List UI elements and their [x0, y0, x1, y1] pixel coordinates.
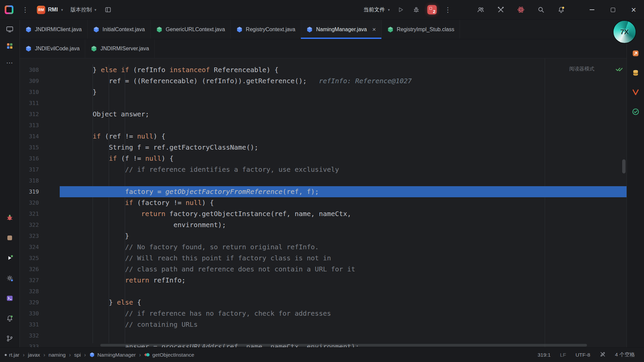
vertical-scrollbar-thumb[interactable]: [622, 159, 626, 173]
gutter-line-number[interactable]: 323: [20, 230, 60, 242]
project-icon[interactable]: [4, 41, 15, 51]
gutter-line-number[interactable]: 308: [20, 64, 60, 75]
code-line-317[interactable]: // if reference identifies a factory, us…: [60, 164, 627, 175]
line-separator[interactable]: LF: [560, 352, 566, 358]
gutter-line-number[interactable]: 309: [20, 75, 60, 87]
terminal-icon[interactable]: [4, 294, 15, 303]
gutter-line-number[interactable]: 333: [20, 341, 60, 347]
code-line-326[interactable]: // class path and reference does not con…: [60, 264, 627, 275]
code-line-329[interactable]: } else {: [60, 297, 627, 308]
commit-icon[interactable]: [4, 233, 15, 243]
gutter-line-number[interactable]: 330: [20, 308, 60, 319]
gutter-line-number[interactable]: 316: [20, 153, 60, 164]
more-actions-icon[interactable]: ⋮: [443, 4, 452, 15]
gutter-line-number[interactable]: 311: [20, 98, 60, 109]
monitor-icon[interactable]: [4, 24, 15, 34]
maximize-button[interactable]: [602, 0, 623, 20]
code-line-328[interactable]: [60, 286, 627, 297]
editor-gutter[interactable]: 3083093103113123133143153163173183193203…: [20, 58, 60, 347]
notifications-icon[interactable]: [557, 4, 566, 15]
tab-close-icon[interactable]: ×: [372, 26, 376, 33]
editor-tab[interactable]: RegistryContext.java: [231, 20, 301, 39]
gutter-line-number[interactable]: 331: [20, 319, 60, 330]
code-line-309[interactable]: ref = ((Referenceable) (refInfo)).getRef…: [60, 75, 627, 87]
code-line-320[interactable]: if (factory != null) {: [60, 197, 627, 208]
gutter-line-number[interactable]: 329: [20, 297, 60, 308]
plugin-orange-icon[interactable]: [630, 49, 641, 58]
visualvm-icon[interactable]: [630, 88, 641, 97]
code-line-311[interactable]: [60, 98, 627, 109]
avatar[interactable]: 7X: [613, 20, 636, 44]
more-icon[interactable]: ⋯: [4, 58, 15, 67]
git-branch-icon[interactable]: [4, 334, 15, 343]
debug-button[interactable]: [412, 4, 421, 15]
breadcrumb-item[interactable]: naming: [49, 352, 66, 358]
code-line-310[interactable]: }: [60, 87, 627, 98]
code-line-322[interactable]: environment);: [60, 219, 627, 230]
editor-tab[interactable]: JNDIEvilCode.java: [20, 39, 85, 58]
stop-button[interactable]: 2: [427, 5, 437, 14]
run-icon[interactable]: [4, 253, 15, 263]
gutter-line-number[interactable]: 315: [20, 142, 60, 153]
code-line-313[interactable]: [60, 120, 627, 131]
code-line-325[interactable]: // Will reach this point if factory clas…: [60, 253, 627, 264]
code-line-327[interactable]: return refInfo;: [60, 275, 627, 286]
notifications-icon[interactable]: [4, 314, 15, 323]
caret-position[interactable]: 319:1: [538, 352, 551, 358]
code-line-316[interactable]: if (f != null) {: [60, 153, 627, 164]
search-icon[interactable]: [537, 4, 545, 15]
collaboration-icon[interactable]: [476, 4, 485, 15]
code-line-308[interactable]: } else if (refInfo instanceof Referencea…: [60, 64, 627, 75]
breadcrumb-item[interactable]: getObjectInstance: [144, 352, 194, 358]
gutter-line-number[interactable]: 318: [20, 175, 60, 186]
editor-tab[interactable]: NamingManager.java×: [301, 20, 381, 39]
gutter-line-number[interactable]: 317: [20, 164, 60, 175]
code-line-315[interactable]: String f = ref.getFactoryClassName();: [60, 142, 627, 153]
gutter-line-number[interactable]: 321: [20, 208, 60, 219]
editor-tab[interactable]: JNDIRMIClient.java: [20, 20, 88, 39]
main-menu-icon[interactable]: ⋮: [21, 4, 30, 15]
code-line-314[interactable]: if (ref != null) {: [60, 131, 627, 142]
project-widget[interactable]: RM RMI ▾: [37, 6, 63, 14]
run-button[interactable]: [396, 4, 405, 15]
gutter-line-number[interactable]: 332: [20, 330, 60, 341]
code-line-318[interactable]: [60, 175, 627, 186]
breadcrumb-item[interactable]: spi: [74, 352, 81, 358]
code-line-330[interactable]: // if reference has no factory, check fo…: [60, 308, 627, 319]
close-button[interactable]: ×: [623, 0, 644, 20]
code-line-321[interactable]: return factory.getObjectInstance(ref, na…: [60, 208, 627, 219]
gutter-line-number[interactable]: 324: [20, 242, 60, 253]
gutter-line-number[interactable]: 322: [20, 219, 60, 230]
database-icon[interactable]: [630, 68, 641, 77]
tools-icon[interactable]: [496, 4, 505, 15]
gutter-line-number[interactable]: 310: [20, 87, 60, 98]
editor-tab[interactable]: RegistryImpl_Stub.class: [382, 20, 460, 39]
gutter-line-number[interactable]: 319: [20, 186, 60, 197]
inspections-status-icon[interactable]: [615, 65, 623, 74]
atom-plugin-icon[interactable]: [517, 4, 525, 15]
readonly-icon[interactable]: [600, 351, 606, 359]
gutter-line-number[interactable]: 312: [20, 109, 60, 120]
indent-style[interactable]: 4 个空格: [615, 351, 635, 358]
gutter-line-number[interactable]: 326: [20, 264, 60, 275]
code-line-324[interactable]: // No factory found, so return original …: [60, 242, 627, 253]
code-line-319[interactable]: factory = getObjectFactoryFromReference(…: [60, 186, 627, 197]
code-editor[interactable]: 3083093103113123133143153163173183193203…: [20, 58, 627, 347]
gutter-line-number[interactable]: 313: [20, 120, 60, 131]
services-icon[interactable]: [4, 273, 15, 283]
code-line-312[interactable]: Object answer;: [60, 109, 627, 120]
code-line-332[interactable]: [60, 330, 627, 341]
workspace-icon[interactable]: [104, 4, 112, 15]
horizontal-scrollbar-thumb[interactable]: [100, 344, 587, 347]
run-config-selector[interactable]: 当前文件 ▾: [363, 6, 390, 13]
editor-tab[interactable]: GenericURLContext.java: [151, 20, 231, 39]
breadcrumb-item[interactable]: rt.jar: [5, 352, 19, 358]
vcs-widget[interactable]: 版本控制 ▾: [70, 6, 97, 13]
breadcrumb-item[interactable]: javax: [28, 352, 40, 358]
code-line-331[interactable]: // containing URLs: [60, 319, 627, 330]
gutter-line-number[interactable]: 314: [20, 131, 60, 142]
debug-icon[interactable]: [4, 213, 15, 222]
breadcrumb-item[interactable]: NamingManager: [89, 352, 136, 358]
gutter-line-number[interactable]: 320: [20, 197, 60, 208]
editor-tab[interactable]: InitialContext.java: [88, 20, 151, 39]
